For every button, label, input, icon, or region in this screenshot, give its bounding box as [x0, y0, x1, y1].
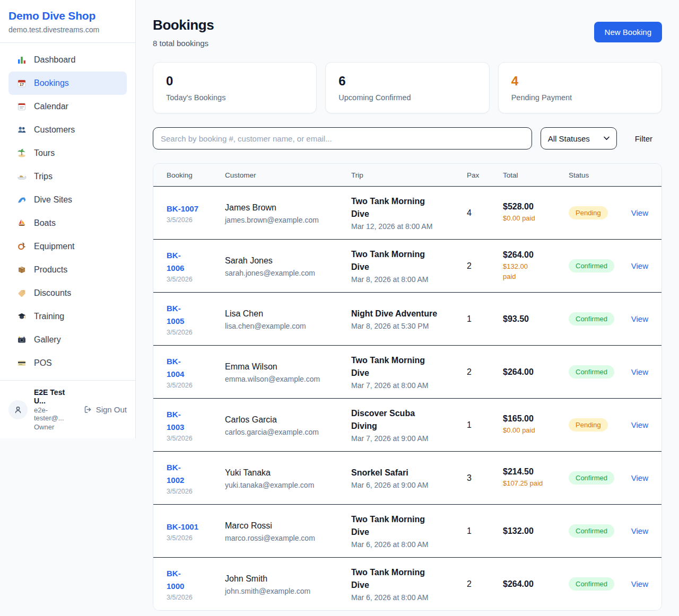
customer-name: Lisa Chen [225, 307, 351, 320]
sidebar-item-label: Bookings [34, 78, 69, 88]
trip-cell: Two Tank Morning Dive Mar 6, 2026 at 8:0… [351, 566, 467, 602]
sidebar-item-customers[interactable]: Customers [8, 118, 127, 142]
sidebar-item-equipment[interactable]: Equipment [8, 235, 127, 258]
total-amount: $264.00 [503, 367, 569, 377]
trip-datetime: Mar 6, 2026 at 8:00 AM [351, 540, 467, 549]
sidebar-item-label: Dashboard [34, 55, 75, 65]
sidebar-item-discounts[interactable]: Discounts [8, 281, 127, 305]
user-meta: E2E Test U... e2e-tester@... Owner [34, 388, 77, 431]
user-panel: E2E Test U... e2e-tester@... Owner Sign … [0, 380, 135, 438]
tearoff-calendar-icon [17, 102, 27, 111]
booking-id-link[interactable]: BK- 1005 [167, 302, 184, 328]
sidebar-item-training[interactable]: Training [8, 305, 127, 328]
booking-id-link[interactable]: BK- 1004 [167, 355, 184, 381]
user-name: E2E Test U... [34, 388, 77, 405]
customer-cell: Lisa Chen lisa.chen@example.com [225, 307, 351, 330]
view-link[interactable]: View [631, 208, 648, 217]
sidebar-item-label: Boats [34, 218, 56, 228]
search-input[interactable] [153, 127, 532, 149]
stat-label: Today's Bookings [166, 93, 303, 102]
booking-id-link[interactable]: BK-1001 [167, 521, 198, 533]
total-cell: $165.00 $0.00 paid [503, 414, 569, 435]
stat-label: Pending Payment [511, 93, 649, 102]
customer-email: james.brown@example.com [225, 216, 351, 224]
customer-email: marco.rossi@example.com [225, 534, 351, 542]
total-amount: $165.00 [503, 414, 569, 424]
sidebar-item-products[interactable]: Products [8, 258, 127, 281]
pax-value: 4 [467, 208, 503, 218]
customer-email: john.smith@example.com [225, 587, 351, 595]
sidebar-item-bookings[interactable]: 17 Bookings [8, 72, 127, 95]
booking-id-link[interactable]: BK- 1002 [167, 461, 184, 487]
customer-email: sarah.jones@example.com [225, 269, 351, 277]
customer-name: John Smith [225, 573, 351, 585]
booking-id-link[interactable]: BK- 1003 [167, 408, 184, 434]
stat-value: 0 [166, 74, 303, 89]
stat-card-todays-bookings: 0 Today's Bookings [153, 62, 317, 113]
sign-out-button[interactable]: Sign Out [83, 405, 127, 414]
booking-id-link[interactable]: BK-1007 [167, 203, 198, 215]
sidebar-item-gallery[interactable]: Gallery [8, 328, 127, 351]
sidebar-item-dashboard[interactable]: Dashboard [8, 48, 127, 72]
pax-value: 3 [467, 473, 503, 483]
total-cell: $264.00 [503, 579, 569, 589]
view-link[interactable]: View [631, 526, 648, 535]
booking-created-date: 3/5/2026 [167, 382, 225, 389]
status-badge: Confirmed [569, 365, 614, 379]
pax-value: 1 [467, 420, 503, 430]
stat-label: Upcoming Confirmed [338, 93, 476, 102]
column-header-trip: Trip [351, 171, 467, 179]
stat-card-upcoming-confirmed: 6 Upcoming Confirmed [325, 62, 489, 113]
paid-amount: $132.00 paid [503, 262, 569, 281]
sidebar-item-boats[interactable]: Boats [8, 212, 127, 235]
total-amount: $264.00 [503, 250, 569, 260]
sidebar-item-label: Equipment [34, 242, 75, 251]
sidebar-item-calendar[interactable]: Calendar [8, 95, 127, 118]
stat-value: 4 [511, 74, 649, 89]
new-booking-button[interactable]: New Booking [594, 22, 662, 42]
sidebar-item-label: POS [34, 358, 52, 368]
status-select[interactable]: All Statuses [541, 127, 617, 149]
status-badge: Confirmed [569, 259, 614, 272]
status-badge: Confirmed [569, 471, 614, 485]
sidebar-item-label: Trips [34, 172, 53, 181]
filter-button[interactable]: Filter [625, 134, 662, 143]
view-link[interactable]: View [631, 314, 648, 323]
filter-bar: All Statuses Filter [153, 127, 662, 149]
view-link[interactable]: View [631, 367, 648, 376]
total-amount: $214.50 [503, 467, 569, 477]
status-badge: Confirmed [569, 524, 614, 538]
trip-datetime: Mar 7, 2026 at 9:00 AM [351, 434, 467, 443]
user-role: Owner [34, 423, 77, 431]
diving-goggles-icon [17, 242, 27, 251]
status-cell: Pending [569, 206, 629, 219]
actions-cell: View [629, 261, 648, 271]
customer-name: Marco Rossi [225, 520, 351, 532]
view-link[interactable]: View [631, 579, 648, 588]
sidebar-item-pos[interactable]: POS [8, 351, 127, 375]
trip-datetime: Mar 12, 2026 at 8:00 AM [351, 222, 467, 231]
customer-cell: Marco Rossi marco.rossi@example.com [225, 520, 351, 542]
booking-id-link[interactable]: BK- 1000 [167, 567, 184, 593]
sidebar-item-trips[interactable]: Trips [8, 165, 127, 188]
sidebar-item-dive-sites[interactable]: Dive Sites [8, 188, 127, 212]
brand: Demo Dive Shop demo.test.divestreams.com [8, 10, 127, 34]
paid-amount: $0.00 paid [503, 214, 569, 223]
actions-cell: View [629, 579, 648, 589]
trip-datetime: Mar 6, 2026 at 8:00 AM [351, 593, 467, 602]
view-link[interactable]: View [631, 261, 648, 270]
booking-created-date: 3/5/2026 [167, 594, 225, 601]
stats-row: 0 Today's Bookings 6 Upcoming Confirmed … [153, 62, 662, 113]
trip-cell: Two Tank Morning Dive Mar 8, 2026 at 8:0… [351, 248, 467, 284]
customer-cell: Yuki Tanaka yuki.tanaka@example.com [225, 467, 351, 489]
bar-chart-icon [17, 55, 27, 65]
view-link[interactable]: View [631, 473, 648, 482]
camera-icon [17, 335, 27, 345]
view-link[interactable]: View [631, 420, 648, 429]
sidebar-item-tours[interactable]: Tours [8, 142, 127, 165]
trip-cell: Snorkel Safari Mar 6, 2026 at 9:00 AM [351, 467, 467, 489]
booking-id-link[interactable]: BK- 1006 [167, 249, 184, 275]
page-subtitle: 8 total bookings [153, 39, 214, 48]
pax-value: 2 [467, 579, 503, 589]
status-badge: Confirmed [569, 312, 614, 325]
